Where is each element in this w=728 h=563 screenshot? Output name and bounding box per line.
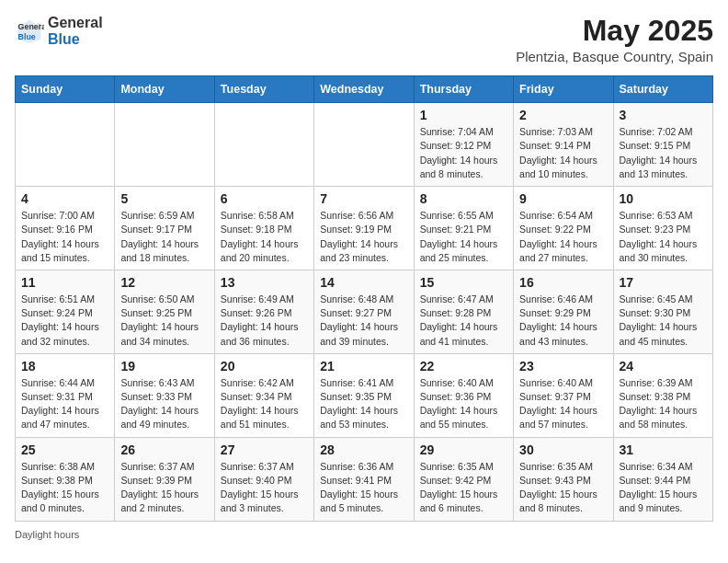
legend-label: Daylight hours — [15, 529, 79, 540]
day-number: 20 — [221, 359, 308, 373]
calendar-cell — [16, 103, 115, 187]
day-info: Sunrise: 6:37 AM Sunset: 9:39 PM Dayligh… — [120, 460, 208, 516]
day-number: 12 — [120, 275, 208, 290]
day-info: Sunrise: 6:51 AM Sunset: 9:24 PM Dayligh… — [21, 293, 108, 349]
day-info: Sunrise: 6:41 AM Sunset: 9:35 PM Dayligh… — [320, 376, 407, 432]
day-number: 2 — [519, 108, 607, 122]
day-number: 29 — [420, 442, 507, 457]
col-header-monday: Monday — [115, 76, 214, 103]
svg-text:Blue: Blue — [18, 31, 36, 40]
calendar-cell — [314, 103, 414, 187]
day-number: 13 — [221, 275, 308, 290]
day-number: 9 — [519, 191, 607, 206]
calendar-week-row: 25Sunrise: 6:38 AM Sunset: 9:38 PM Dayli… — [16, 437, 713, 521]
calendar-cell: 2Sunrise: 7:03 AM Sunset: 9:14 PM Daylig… — [514, 103, 613, 187]
day-info: Sunrise: 6:35 AM Sunset: 9:43 PM Dayligh… — [519, 460, 607, 516]
calendar-week-row: 11Sunrise: 6:51 AM Sunset: 9:24 PM Dayli… — [16, 270, 713, 353]
calendar-week-row: 18Sunrise: 6:44 AM Sunset: 9:31 PM Dayli… — [16, 353, 713, 437]
day-info: Sunrise: 6:45 AM Sunset: 9:30 PM Dayligh… — [620, 293, 707, 349]
calendar-cell: 12Sunrise: 6:50 AM Sunset: 9:25 PM Dayli… — [115, 270, 214, 353]
day-number: 14 — [320, 275, 407, 290]
calendar-cell: 31Sunrise: 6:34 AM Sunset: 9:44 PM Dayli… — [613, 437, 712, 521]
day-number: 7 — [320, 191, 407, 206]
title-block: May 2025 Plentzia, Basque Country, Spain — [516, 15, 713, 64]
day-info: Sunrise: 6:42 AM Sunset: 9:34 PM Dayligh… — [221, 376, 308, 432]
logo-icon: General Blue — [15, 17, 44, 46]
day-number: 10 — [620, 191, 707, 206]
col-header-sunday: Sunday — [16, 76, 115, 103]
calendar-cell: 4Sunrise: 7:00 AM Sunset: 9:16 PM Daylig… — [16, 187, 115, 270]
calendar-cell: 11Sunrise: 6:51 AM Sunset: 9:24 PM Dayli… — [16, 270, 115, 353]
day-number: 22 — [420, 359, 507, 373]
day-info: Sunrise: 6:59 AM Sunset: 9:17 PM Dayligh… — [120, 209, 208, 265]
calendar-cell: 27Sunrise: 6:37 AM Sunset: 9:40 PM Dayli… — [214, 437, 313, 521]
calendar-cell: 13Sunrise: 6:49 AM Sunset: 9:26 PM Dayli… — [214, 270, 313, 353]
col-header-tuesday: Tuesday — [214, 76, 313, 103]
day-info: Sunrise: 6:53 AM Sunset: 9:23 PM Dayligh… — [620, 209, 707, 265]
logo: General Blue General Blue — [15, 15, 103, 47]
day-number: 8 — [420, 191, 507, 206]
day-info: Sunrise: 6:40 AM Sunset: 9:36 PM Dayligh… — [420, 376, 507, 432]
calendar-cell: 3Sunrise: 7:02 AM Sunset: 9:15 PM Daylig… — [613, 103, 712, 187]
day-info: Sunrise: 6:54 AM Sunset: 9:22 PM Dayligh… — [519, 209, 607, 265]
day-number: 15 — [420, 275, 507, 290]
calendar-cell: 8Sunrise: 6:55 AM Sunset: 9:21 PM Daylig… — [414, 187, 513, 270]
col-header-wednesday: Wednesday — [314, 76, 414, 103]
day-info: Sunrise: 6:46 AM Sunset: 9:29 PM Dayligh… — [519, 293, 607, 349]
day-number: 21 — [320, 359, 407, 373]
calendar-cell: 21Sunrise: 6:41 AM Sunset: 9:35 PM Dayli… — [314, 353, 414, 437]
day-info: Sunrise: 7:03 AM Sunset: 9:14 PM Dayligh… — [519, 125, 607, 181]
legend: Daylight hours — [15, 529, 713, 540]
calendar-cell: 23Sunrise: 6:40 AM Sunset: 9:37 PM Dayli… — [514, 353, 613, 437]
location-subtitle: Plentzia, Basque Country, Spain — [516, 49, 713, 64]
calendar-cell: 16Sunrise: 6:46 AM Sunset: 9:29 PM Dayli… — [514, 270, 613, 353]
day-info: Sunrise: 6:50 AM Sunset: 9:25 PM Dayligh… — [120, 293, 208, 349]
day-number: 11 — [21, 275, 108, 290]
day-number: 25 — [21, 442, 108, 457]
calendar-cell: 15Sunrise: 6:47 AM Sunset: 9:28 PM Dayli… — [414, 270, 513, 353]
day-info: Sunrise: 6:58 AM Sunset: 9:18 PM Dayligh… — [221, 209, 308, 265]
calendar-cell: 20Sunrise: 6:42 AM Sunset: 9:34 PM Dayli… — [214, 353, 313, 437]
calendar-cell: 22Sunrise: 6:40 AM Sunset: 9:36 PM Dayli… — [414, 353, 513, 437]
day-number: 31 — [620, 442, 707, 457]
calendar-cell: 9Sunrise: 6:54 AM Sunset: 9:22 PM Daylig… — [514, 187, 613, 270]
day-info: Sunrise: 6:37 AM Sunset: 9:40 PM Dayligh… — [221, 460, 308, 516]
calendar-cell: 28Sunrise: 6:36 AM Sunset: 9:41 PM Dayli… — [314, 437, 414, 521]
calendar-cell: 18Sunrise: 6:44 AM Sunset: 9:31 PM Dayli… — [16, 353, 115, 437]
calendar-cell: 6Sunrise: 6:58 AM Sunset: 9:18 PM Daylig… — [214, 187, 313, 270]
day-number: 27 — [221, 442, 308, 457]
col-header-saturday: Saturday — [613, 76, 712, 103]
day-number: 1 — [420, 108, 507, 122]
day-number: 5 — [120, 191, 208, 206]
day-info: Sunrise: 7:00 AM Sunset: 9:16 PM Dayligh… — [21, 209, 108, 265]
day-number: 6 — [221, 191, 308, 206]
calendar-header-row: SundayMondayTuesdayWednesdayThursdayFrid… — [16, 76, 713, 103]
day-info: Sunrise: 6:39 AM Sunset: 9:38 PM Dayligh… — [620, 376, 707, 432]
month-year-title: May 2025 — [516, 15, 713, 47]
day-info: Sunrise: 6:47 AM Sunset: 9:28 PM Dayligh… — [420, 293, 507, 349]
day-info: Sunrise: 6:55 AM Sunset: 9:21 PM Dayligh… — [420, 209, 507, 265]
logo-line1: General — [48, 15, 103, 31]
calendar-cell: 1Sunrise: 7:04 AM Sunset: 9:12 PM Daylig… — [414, 103, 513, 187]
day-number: 16 — [519, 275, 607, 290]
day-info: Sunrise: 6:49 AM Sunset: 9:26 PM Dayligh… — [221, 293, 308, 349]
day-info: Sunrise: 6:43 AM Sunset: 9:33 PM Dayligh… — [120, 376, 208, 432]
day-info: Sunrise: 6:34 AM Sunset: 9:44 PM Dayligh… — [620, 460, 707, 516]
calendar-cell: 19Sunrise: 6:43 AM Sunset: 9:33 PM Dayli… — [115, 353, 214, 437]
day-info: Sunrise: 6:56 AM Sunset: 9:19 PM Dayligh… — [320, 209, 407, 265]
day-number: 26 — [120, 442, 208, 457]
svg-text:General: General — [18, 22, 44, 31]
calendar-cell: 10Sunrise: 6:53 AM Sunset: 9:23 PM Dayli… — [613, 187, 712, 270]
day-info: Sunrise: 7:02 AM Sunset: 9:15 PM Dayligh… — [620, 125, 707, 181]
day-number: 4 — [21, 191, 108, 206]
calendar-cell — [214, 103, 313, 187]
calendar-cell: 7Sunrise: 6:56 AM Sunset: 9:19 PM Daylig… — [314, 187, 414, 270]
day-number: 17 — [620, 275, 707, 290]
day-info: Sunrise: 6:48 AM Sunset: 9:27 PM Dayligh… — [320, 293, 407, 349]
col-header-thursday: Thursday — [414, 76, 513, 103]
calendar-cell: 17Sunrise: 6:45 AM Sunset: 9:30 PM Dayli… — [613, 270, 712, 353]
calendar-cell: 14Sunrise: 6:48 AM Sunset: 9:27 PM Dayli… — [314, 270, 414, 353]
calendar-cell: 30Sunrise: 6:35 AM Sunset: 9:43 PM Dayli… — [514, 437, 613, 521]
day-number: 18 — [21, 359, 108, 373]
day-number: 24 — [620, 359, 707, 373]
